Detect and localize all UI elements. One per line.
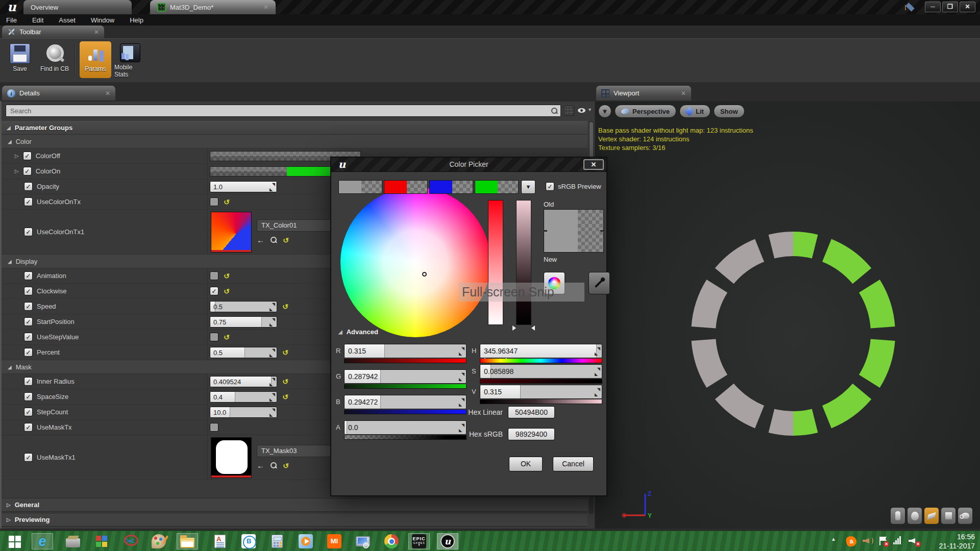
taskbar-chrome-icon[interactable] [381, 533, 402, 549]
param-spinbox[interactable]: 0.409524 [210, 376, 277, 387]
param-enable-checkbox[interactable]: ✓ [24, 392, 33, 401]
menu-window[interactable]: Window [91, 16, 114, 24]
spinner-icon[interactable] [270, 304, 275, 309]
tab-close-icon[interactable]: ✕ [105, 90, 110, 97]
spinner-icon[interactable] [595, 348, 600, 354]
param-spinbox[interactable]: 0.5 [210, 301, 277, 312]
texture-name[interactable]: TX_Color01 [257, 219, 331, 232]
preview-shape-teapot-button[interactable] [958, 507, 973, 524]
tray-avast-icon[interactable]: a [846, 536, 856, 546]
slider-box[interactable]: 0.294272 [344, 395, 467, 409]
search-input[interactable]: Search [6, 105, 561, 117]
param-enable-checkbox[interactable]: ✓ [24, 333, 33, 341]
taskbar-fax-printer-icon[interactable] [62, 533, 84, 549]
param-enable-checkbox[interactable]: ✓ [24, 317, 33, 326]
saturation-bar[interactable] [488, 200, 503, 325]
tray-volume-muted-icon[interactable]: ✕ [909, 536, 919, 545]
slider-box[interactable]: 0.315 [480, 385, 602, 399]
minimize-button[interactable]: ─ [925, 2, 941, 12]
view-options-eye-icon[interactable] [577, 106, 587, 116]
preview-shape-plane-button[interactable] [924, 507, 939, 524]
browse-to-asset-icon[interactable] [270, 236, 278, 244]
taskbar-snipping-tool-icon[interactable]: ✂ [119, 533, 141, 549]
hex-linear-input[interactable]: 50494B00 [508, 406, 555, 418]
param-enable-checkbox[interactable]: ✓ [24, 182, 33, 191]
params-button[interactable]: Params [80, 41, 111, 78]
viewport-body[interactable]: ▼ PerspectiveLitShow Base pass shader wi… [595, 101, 980, 529]
tab-close-icon[interactable]: ✕ [681, 90, 686, 97]
slider-box[interactable]: 0.085898 [480, 364, 602, 379]
taskbar-file-explorer-icon[interactable] [177, 533, 198, 549]
theme-swatch-gray[interactable] [338, 180, 382, 194]
use-selected-icon[interactable]: ← [257, 461, 264, 470]
slider-box[interactable]: 0.315 [344, 344, 467, 358]
theme-dropdown-button[interactable]: ▼ [521, 180, 535, 194]
spinner-icon[interactable] [459, 374, 464, 380]
close-button[interactable]: ✕ [960, 2, 975, 12]
taskbar-electron-app-icon[interactable] [238, 533, 259, 549]
tab-mat3d-demo[interactable]: Mat3D_Demo* ✕ [150, 0, 276, 14]
taskbar-media-player-icon[interactable] [295, 533, 316, 549]
menu-asset[interactable]: Asset [59, 16, 76, 24]
param-enable-checkbox[interactable]: ✓ [24, 197, 33, 206]
param-enable-checkbox[interactable]: ✓ [23, 152, 32, 160]
taskbar-internet-explorer-icon[interactable]: e [32, 533, 53, 549]
dialog-close-button[interactable]: ✕ [583, 159, 604, 170]
preview-shape-cylinder-button[interactable] [890, 507, 905, 524]
param-spinbox[interactable]: 0.75 [210, 316, 277, 328]
taskbar-defrag-icon[interactable] [91, 533, 112, 549]
param-enable-checkbox[interactable]: ✓ [24, 423, 33, 432]
srgb-preview-checkbox[interactable]: ✓ [546, 182, 554, 191]
reset-to-default-icon[interactable]: ↺ [224, 334, 230, 341]
tray-network-bars-icon[interactable] [893, 536, 902, 544]
param-enable-checkbox[interactable]: ✓ [24, 271, 33, 280]
find-in-cb-button[interactable]: Find in CB [39, 41, 70, 78]
spinner-icon[interactable] [270, 394, 275, 399]
viewport-show-button[interactable]: Show [714, 105, 745, 118]
dialog-titlebar[interactable]: u Color Picker ✕ [331, 158, 606, 172]
taskbar-calculator-icon[interactable] [266, 533, 288, 549]
param-spinbox[interactable]: 0.5 [210, 347, 277, 358]
section-general[interactable]: ▷General [2, 498, 587, 512]
spinner-icon[interactable] [595, 389, 600, 395]
eyedropper-button[interactable] [589, 272, 610, 294]
collapsed-arrow-icon[interactable]: ▷ [15, 153, 19, 159]
spinner-icon[interactable] [459, 399, 464, 405]
restore-button[interactable]: ❐ [942, 2, 958, 12]
tab-close-icon[interactable]: ✕ [94, 29, 99, 36]
reset-to-default-icon[interactable]: ↺ [283, 237, 289, 244]
taskbar-start-icon[interactable] [4, 533, 26, 549]
clock[interactable]: 16:56 21-11-2017 [939, 532, 975, 550]
param-enable-checkbox[interactable]: ✓ [24, 302, 33, 311]
taskbar-paint-icon[interactable] [148, 533, 169, 549]
color-wheel-cursor[interactable] [422, 272, 427, 277]
viewport-options-dropdown[interactable]: ▼ [598, 105, 611, 118]
save-button[interactable]: Save [4, 41, 36, 78]
texture-thumbnail[interactable] [211, 212, 252, 253]
collapsed-arrow-icon[interactable]: ▷ [15, 168, 19, 174]
reset-to-default-icon[interactable]: ↺ [282, 349, 288, 356]
param-bool-checkbox[interactable] [210, 423, 218, 432]
tab-overview[interactable]: Overview [23, 0, 132, 14]
taskbar-unreal-engine-icon[interactable]: u [437, 533, 458, 549]
reset-to-default-icon[interactable]: ↺ [224, 288, 230, 295]
section-header-color[interactable]: ◢Color [2, 135, 587, 148]
mobile-stats-button[interactable]: Mobile Stats [114, 41, 146, 78]
reset-to-default-icon[interactable]: ↺ [282, 378, 288, 385]
theme-swatch-red[interactable] [384, 180, 428, 194]
param-enable-checkbox[interactable]: ✓ [24, 348, 33, 357]
taskbar-mi-icon[interactable]: MI [324, 533, 345, 549]
spinner-icon[interactable] [595, 369, 600, 374]
param-spinbox[interactable]: 0.4 [210, 391, 277, 403]
menu-help[interactable]: Help [130, 16, 143, 24]
taskbar-pc-search-icon[interactable] [352, 533, 374, 549]
tray-hidden-icons-chevron-icon[interactable]: ▲ [831, 536, 836, 542]
browse-to-asset-icon[interactable] [270, 462, 278, 470]
tab-toolbar[interactable]: Toolbar ✕ [2, 26, 104, 38]
theme-swatch-blue[interactable] [429, 180, 473, 194]
param-enable-checkbox[interactable]: ✓ [24, 228, 33, 236]
theme-swatch-green[interactable] [475, 180, 519, 194]
tray-volume-icon[interactable] [863, 536, 873, 545]
preview-shape-sphere-button[interactable] [907, 507, 922, 524]
menu-edit[interactable]: Edit [32, 16, 43, 24]
